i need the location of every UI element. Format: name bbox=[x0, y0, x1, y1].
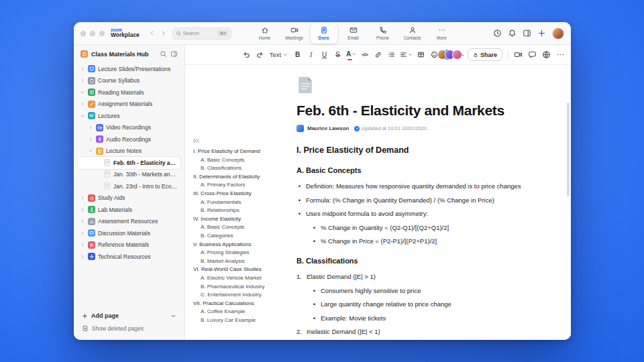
chevron-right-icon[interactable] bbox=[79, 206, 85, 213]
sidebar-item[interactable]: Lectures bbox=[78, 110, 180, 122]
tab-phone[interactable]: Phone bbox=[370, 23, 396, 44]
text-style-select[interactable]: Text bbox=[268, 51, 289, 58]
sidebar-item[interactable]: Discussion Materials bbox=[78, 227, 180, 239]
show-deleted-pages-button[interactable]: Show deleted pages bbox=[82, 325, 176, 332]
tab-docs[interactable]: Docs bbox=[311, 23, 337, 44]
minimize-window-button[interactable] bbox=[90, 31, 95, 36]
chevron-right-icon[interactable] bbox=[79, 195, 85, 201]
more-button[interactable] bbox=[556, 50, 565, 59]
document-area[interactable]: I. Price Elasticity of DemandA. Basic Co… bbox=[185, 65, 571, 340]
toc-item[interactable]: II. Determinants of Elasticity bbox=[193, 173, 291, 182]
document-title[interactable]: Feb. 6th - Elasticity and Markets bbox=[297, 103, 562, 119]
history-button[interactable] bbox=[493, 29, 502, 38]
plus-button[interactable] bbox=[537, 29, 546, 38]
toc-item[interactable]: B. Pharmaceutical Industry bbox=[193, 283, 291, 292]
toc-item[interactable]: A. Basic Concepts bbox=[193, 156, 291, 165]
chevron-down-icon[interactable] bbox=[79, 113, 85, 119]
toc-item[interactable]: C. Entertainment Industry bbox=[193, 291, 291, 300]
sidebar-item[interactable]: Study Aids bbox=[78, 192, 180, 204]
bullet-list-button[interactable] bbox=[386, 49, 396, 61]
tab-meetings[interactable]: Meetings bbox=[281, 23, 308, 44]
sidebar-item[interactable]: Jan. 23rd - Intro to Econo... bbox=[78, 180, 180, 192]
sidebar-item[interactable]: Lab Materials bbox=[78, 204, 180, 216]
chevron-down-icon[interactable] bbox=[79, 89, 85, 95]
toc-item[interactable]: V. Business Applications bbox=[193, 241, 291, 249]
toc-item[interactable]: I. Price Elasticity of Demand bbox=[193, 147, 291, 156]
sidebar-item[interactable]: Lecture Notes bbox=[78, 145, 180, 158]
collapse-sidebar-icon[interactable] bbox=[170, 50, 178, 58]
toc-item[interactable]: B. Luxury Car Example bbox=[193, 316, 291, 325]
toc-item[interactable]: A. Electric Vehicle Market bbox=[193, 274, 291, 283]
back-button[interactable] bbox=[146, 27, 158, 39]
tab-more[interactable]: More bbox=[429, 23, 455, 44]
toc-item[interactable]: B. Relationships bbox=[193, 206, 291, 215]
user-avatar[interactable] bbox=[552, 27, 564, 40]
toc-item[interactable]: A. Basic Concepts bbox=[193, 223, 291, 232]
chevron-right-icon[interactable] bbox=[79, 219, 85, 225]
sidebar-item[interactable]: Jan. 30th - Markets and P... bbox=[78, 169, 180, 181]
table-button[interactable] bbox=[416, 49, 426, 61]
link-button[interactable] bbox=[373, 49, 383, 61]
sidebar-item[interactable]: Assignment Materials bbox=[78, 99, 180, 111]
collapse-outline-icon[interactable] bbox=[193, 137, 200, 144]
sidebar-item[interactable]: Feb. 6th - Elasticity and M... bbox=[78, 157, 180, 169]
toc-item[interactable]: VI. Real-World Case Studies bbox=[193, 265, 291, 274]
sidebar-item[interactable]: Assessment Resources bbox=[78, 216, 180, 228]
panel-button[interactable] bbox=[523, 29, 531, 38]
tab-contacts[interactable]: Contacts bbox=[399, 23, 426, 44]
toc-item[interactable]: A. Primary Factors bbox=[193, 181, 291, 190]
document-content[interactable]: Feb. 6th - Elasticity and Markets Mauric… bbox=[297, 65, 562, 340]
collaborator-avatar[interactable] bbox=[452, 50, 462, 60]
sidebar-item[interactable]: Video Recordings bbox=[78, 122, 180, 134]
scrollbar-thumb[interactable] bbox=[567, 103, 570, 196]
sidebar-search-icon[interactable] bbox=[160, 50, 167, 58]
toc-item[interactable]: B. Categories bbox=[193, 232, 291, 241]
toc-item[interactable]: A. Pricing Strategies bbox=[193, 249, 291, 257]
doc-text: % Change in Quantity = (Q2-Q1)/[(Q2+Q1)/… bbox=[321, 224, 449, 232]
toc-item[interactable]: IV. Income Elasticity bbox=[193, 215, 291, 224]
maximize-window-button[interactable] bbox=[99, 31, 105, 36]
comment-button[interactable] bbox=[528, 50, 537, 59]
undo-button[interactable] bbox=[241, 49, 252, 61]
sidebar-item[interactable]: Lecture Slides/Presentations bbox=[78, 63, 180, 75]
text-color-button[interactable]: A bbox=[346, 49, 356, 61]
chevron-right-icon[interactable] bbox=[79, 242, 85, 248]
add-page-button[interactable]: Add page bbox=[82, 312, 176, 319]
sidebar-item[interactable]: Reference Materials bbox=[78, 239, 180, 251]
video-button[interactable] bbox=[514, 50, 523, 59]
italic-button[interactable]: I bbox=[306, 49, 316, 61]
chevron-right-icon[interactable] bbox=[87, 125, 93, 131]
strikethrough-button[interactable]: S bbox=[333, 49, 343, 61]
toc-item[interactable]: VII. Practical Calculations bbox=[193, 300, 291, 308]
chevron-right-icon[interactable] bbox=[79, 230, 85, 236]
chevron-right-icon[interactable] bbox=[79, 78, 85, 84]
chevron-right-icon[interactable] bbox=[87, 136, 93, 142]
sidebar-item[interactable]: Technical Resources bbox=[78, 251, 180, 263]
toc-item[interactable]: A. Coffee Example bbox=[193, 308, 291, 316]
share-button[interactable]: Share bbox=[468, 48, 502, 61]
forward-button[interactable] bbox=[158, 27, 169, 39]
bell-button[interactable] bbox=[508, 29, 517, 38]
sidebar-item[interactable]: Course Syllabus bbox=[78, 75, 180, 87]
sidebar-item[interactable]: Audio Recordings bbox=[78, 133, 180, 145]
chevron-right-icon[interactable] bbox=[79, 253, 85, 259]
toc-item[interactable]: III. Cross-Price Elasticity bbox=[193, 190, 291, 198]
globe-button[interactable] bbox=[542, 50, 551, 59]
redo-button[interactable] bbox=[255, 49, 265, 61]
tab-home[interactable]: Home bbox=[252, 23, 278, 44]
toc-item[interactable]: B. Classifications bbox=[193, 164, 291, 173]
close-window-button[interactable] bbox=[80, 31, 86, 36]
add-page-options-chevron-icon[interactable] bbox=[170, 313, 176, 319]
chevron-right-icon[interactable] bbox=[79, 101, 85, 107]
global-search[interactable]: Search ⌘F bbox=[172, 27, 231, 40]
tab-email[interactable]: Email bbox=[340, 23, 367, 44]
toc-item[interactable]: B. Market Analysis bbox=[193, 257, 291, 266]
code-button[interactable]: </> bbox=[360, 49, 370, 61]
chevron-right-icon[interactable] bbox=[79, 66, 85, 72]
chevron-down-icon[interactable] bbox=[87, 148, 93, 154]
underline-button[interactable]: U bbox=[319, 49, 329, 61]
align-button[interactable] bbox=[400, 49, 413, 61]
bold-button[interactable]: B bbox=[292, 49, 303, 61]
sidebar-item[interactable]: Reading Materials bbox=[78, 86, 180, 99]
toc-item[interactable]: A. Fundamentals bbox=[193, 198, 291, 207]
